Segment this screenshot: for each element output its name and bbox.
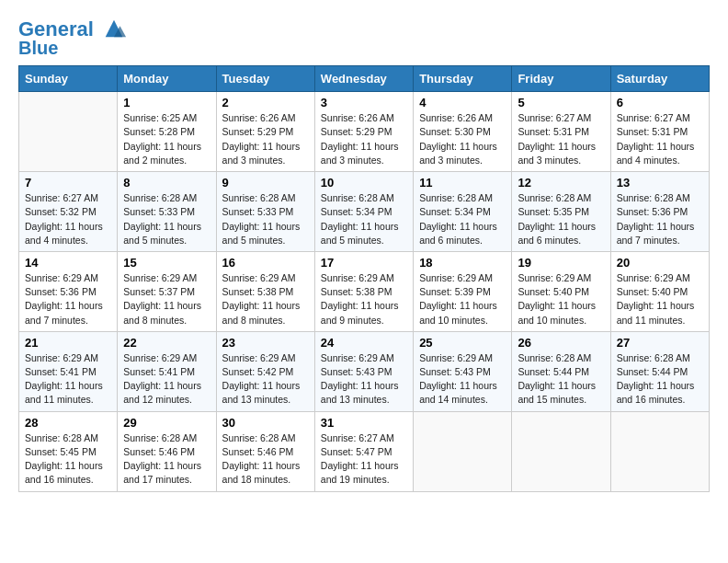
day-number: 30: [222, 416, 309, 430]
day-info: Sunrise: 6:25 AMSunset: 5:28 PMDaylight:…: [123, 111, 210, 167]
day-info: Sunrise: 6:28 AMSunset: 5:34 PMDaylight:…: [419, 191, 506, 247]
day-number: 4: [419, 96, 506, 109]
day-number: 23: [222, 336, 309, 350]
day-info: Sunrise: 6:28 AMSunset: 5:44 PMDaylight:…: [617, 351, 703, 408]
day-info: Sunrise: 6:29 AMSunset: 5:42 PMDaylight:…: [222, 351, 309, 408]
day-info: Sunrise: 6:29 AMSunset: 5:43 PMDaylight:…: [321, 351, 407, 408]
day-number: 3: [321, 96, 407, 109]
day-info: Sunrise: 6:29 AMSunset: 5:40 PMDaylight:…: [518, 271, 604, 327]
day-number: 11: [419, 176, 506, 190]
day-info: Sunrise: 6:28 AMSunset: 5:36 PMDaylight:…: [617, 191, 703, 247]
header-tuesday: Tuesday: [216, 66, 314, 92]
header-wednesday: Wednesday: [314, 66, 413, 92]
day-info: Sunrise: 6:28 AMSunset: 5:44 PMDaylight:…: [518, 351, 604, 408]
calendar-day: [19, 92, 118, 172]
day-info: Sunrise: 6:29 AMSunset: 5:41 PMDaylight:…: [123, 351, 210, 408]
day-number: 20: [617, 256, 703, 270]
calendar-week-5: 28Sunrise: 6:28 AMSunset: 5:45 PMDayligh…: [19, 411, 710, 491]
calendar-day: 10Sunrise: 6:28 AMSunset: 5:34 PMDayligh…: [314, 172, 413, 252]
calendar-day: 3Sunrise: 6:26 AMSunset: 5:29 PMDaylight…: [314, 92, 413, 172]
day-info: Sunrise: 6:27 AMSunset: 5:32 PMDaylight:…: [25, 191, 111, 247]
day-info: Sunrise: 6:29 AMSunset: 5:40 PMDaylight:…: [617, 271, 703, 327]
day-number: 1: [123, 96, 210, 109]
day-number: 24: [321, 336, 407, 350]
calendar-day: 20Sunrise: 6:29 AMSunset: 5:40 PMDayligh…: [610, 251, 709, 331]
calendar-day: 5Sunrise: 6:27 AMSunset: 5:31 PMDaylight…: [512, 92, 610, 172]
calendar-day: 8Sunrise: 6:28 AMSunset: 5:33 PMDaylight…: [118, 172, 216, 252]
calendar-day: 1Sunrise: 6:25 AMSunset: 5:28 PMDaylight…: [118, 92, 216, 172]
day-number: 25: [419, 336, 506, 350]
header-sunday: Sunday: [19, 66, 118, 92]
calendar-day: 9Sunrise: 6:28 AMSunset: 5:33 PMDaylight…: [216, 172, 314, 252]
calendar-week-3: 14Sunrise: 6:29 AMSunset: 5:36 PMDayligh…: [19, 251, 710, 331]
calendar-day: 30Sunrise: 6:28 AMSunset: 5:46 PMDayligh…: [216, 411, 314, 491]
day-number: 19: [518, 256, 604, 270]
day-info: Sunrise: 6:26 AMSunset: 5:30 PMDaylight:…: [419, 111, 506, 167]
day-number: 6: [617, 96, 703, 109]
calendar-day: 12Sunrise: 6:28 AMSunset: 5:35 PMDayligh…: [512, 172, 610, 252]
day-info: Sunrise: 6:29 AMSunset: 5:39 PMDaylight:…: [419, 271, 506, 327]
day-number: 18: [419, 256, 506, 270]
calendar-week-4: 21Sunrise: 6:29 AMSunset: 5:41 PMDayligh…: [19, 331, 710, 411]
calendar-day: [414, 411, 512, 491]
calendar-day: 19Sunrise: 6:29 AMSunset: 5:40 PMDayligh…: [512, 251, 610, 331]
day-number: 13: [617, 176, 703, 190]
day-info: Sunrise: 6:29 AMSunset: 5:43 PMDaylight:…: [419, 351, 506, 408]
calendar-day: 25Sunrise: 6:29 AMSunset: 5:43 PMDayligh…: [414, 331, 512, 411]
day-info: Sunrise: 6:29 AMSunset: 5:37 PMDaylight:…: [123, 271, 210, 327]
calendar-day: 4Sunrise: 6:26 AMSunset: 5:30 PMDaylight…: [414, 92, 512, 172]
calendar-week-1: 1Sunrise: 6:25 AMSunset: 5:28 PMDaylight…: [19, 92, 710, 172]
day-number: 22: [123, 336, 210, 350]
calendar-day: 14Sunrise: 6:29 AMSunset: 5:36 PMDayligh…: [19, 251, 118, 331]
logo: General Blue: [18, 18, 127, 58]
day-info: Sunrise: 6:29 AMSunset: 5:38 PMDaylight:…: [321, 271, 407, 327]
calendar-header-row: SundayMondayTuesdayWednesdayThursdayFrid…: [19, 66, 710, 92]
day-number: 28: [25, 416, 111, 430]
calendar-day: 21Sunrise: 6:29 AMSunset: 5:41 PMDayligh…: [19, 331, 118, 411]
calendar-table: SundayMondayTuesdayWednesdayThursdayFrid…: [18, 65, 710, 491]
day-number: 5: [518, 96, 604, 109]
day-number: 26: [518, 336, 604, 350]
day-number: 15: [123, 256, 210, 270]
day-number: 12: [518, 176, 604, 190]
day-info: Sunrise: 6:27 AMSunset: 5:31 PMDaylight:…: [518, 111, 604, 167]
day-info: Sunrise: 6:28 AMSunset: 5:46 PMDaylight:…: [222, 431, 309, 488]
calendar-day: 26Sunrise: 6:28 AMSunset: 5:44 PMDayligh…: [512, 331, 610, 411]
day-info: Sunrise: 6:26 AMSunset: 5:29 PMDaylight:…: [222, 111, 309, 167]
logo-icon: [101, 16, 127, 41]
day-info: Sunrise: 6:28 AMSunset: 5:45 PMDaylight:…: [25, 431, 111, 488]
day-info: Sunrise: 6:28 AMSunset: 5:33 PMDaylight:…: [123, 191, 210, 247]
header-friday: Friday: [512, 66, 610, 92]
day-info: Sunrise: 6:28 AMSunset: 5:33 PMDaylight:…: [222, 191, 309, 247]
day-info: Sunrise: 6:27 AMSunset: 5:47 PMDaylight:…: [321, 431, 407, 488]
calendar-day: 17Sunrise: 6:29 AMSunset: 5:38 PMDayligh…: [314, 251, 413, 331]
day-number: 17: [321, 256, 407, 270]
day-info: Sunrise: 6:26 AMSunset: 5:29 PMDaylight:…: [321, 111, 407, 167]
day-number: 31: [321, 416, 407, 430]
calendar-day: 23Sunrise: 6:29 AMSunset: 5:42 PMDayligh…: [216, 331, 314, 411]
calendar-day: 15Sunrise: 6:29 AMSunset: 5:37 PMDayligh…: [118, 251, 216, 331]
day-number: 7: [25, 176, 111, 190]
day-number: 8: [123, 176, 210, 190]
day-number: 9: [222, 176, 309, 190]
day-info: Sunrise: 6:28 AMSunset: 5:34 PMDaylight:…: [321, 191, 407, 247]
calendar-day: 31Sunrise: 6:27 AMSunset: 5:47 PMDayligh…: [314, 411, 413, 491]
calendar-day: 16Sunrise: 6:29 AMSunset: 5:38 PMDayligh…: [216, 251, 314, 331]
calendar-day: 6Sunrise: 6:27 AMSunset: 5:31 PMDaylight…: [610, 92, 709, 172]
day-number: 10: [321, 176, 407, 190]
calendar-week-2: 7Sunrise: 6:27 AMSunset: 5:32 PMDaylight…: [19, 172, 710, 252]
calendar-day: 29Sunrise: 6:28 AMSunset: 5:46 PMDayligh…: [118, 411, 216, 491]
calendar-day: 11Sunrise: 6:28 AMSunset: 5:34 PMDayligh…: [414, 172, 512, 252]
calendar-day: 13Sunrise: 6:28 AMSunset: 5:36 PMDayligh…: [610, 172, 709, 252]
calendar-day: 24Sunrise: 6:29 AMSunset: 5:43 PMDayligh…: [314, 331, 413, 411]
calendar-day: 27Sunrise: 6:28 AMSunset: 5:44 PMDayligh…: [610, 331, 709, 411]
day-number: 14: [25, 256, 111, 270]
header-monday: Monday: [118, 66, 216, 92]
calendar-day: 18Sunrise: 6:29 AMSunset: 5:39 PMDayligh…: [414, 251, 512, 331]
day-number: 29: [123, 416, 210, 430]
calendar-day: 28Sunrise: 6:28 AMSunset: 5:45 PMDayligh…: [19, 411, 118, 491]
day-info: Sunrise: 6:28 AMSunset: 5:35 PMDaylight:…: [518, 191, 604, 247]
calendar-day: 7Sunrise: 6:27 AMSunset: 5:32 PMDaylight…: [19, 172, 118, 252]
day-info: Sunrise: 6:29 AMSunset: 5:41 PMDaylight:…: [25, 351, 111, 408]
calendar-day: [512, 411, 610, 491]
